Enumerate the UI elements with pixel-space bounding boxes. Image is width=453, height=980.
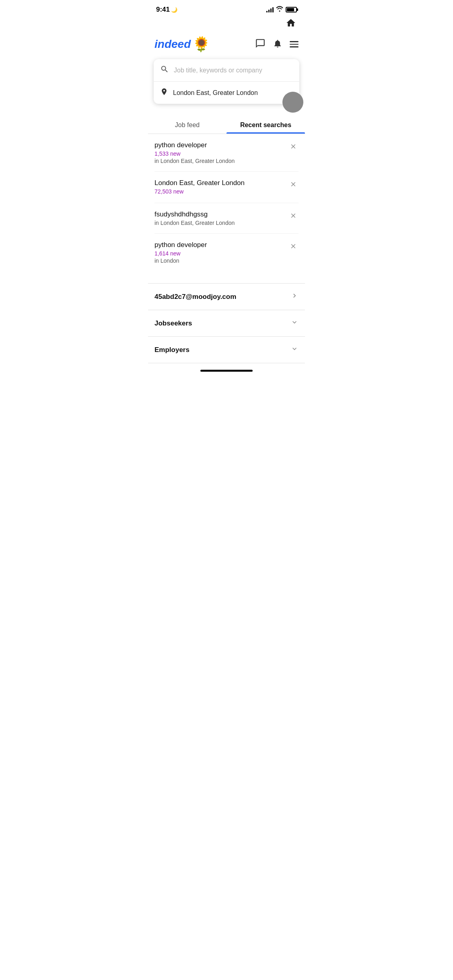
jobseekers-label: Jobseekers xyxy=(154,319,192,327)
search-icon xyxy=(160,65,169,76)
remove-search-button[interactable] xyxy=(288,211,299,221)
tab-job-feed[interactable]: Job feed xyxy=(148,116,226,134)
indeed-logo-text: indeed xyxy=(154,38,191,51)
sunflower-avatar: 🌻 xyxy=(192,36,210,53)
search-container: Job title, keywords or company London Ea… xyxy=(154,59,299,104)
result-content: python developer 1,533 new in London Eas… xyxy=(154,141,288,164)
circle-overlay xyxy=(282,92,303,113)
result-content: London East, Greater London 72,503 new xyxy=(154,179,288,196)
result-title: fsudyshdhdhgssg xyxy=(154,210,288,218)
result-location: in London xyxy=(154,257,288,264)
list-item[interactable]: London East, Greater London 72,503 new xyxy=(154,172,299,203)
status-time: 9:41🌙 xyxy=(156,6,177,14)
chevron-down-icon xyxy=(290,345,299,355)
result-location: in London East, Greater London xyxy=(154,158,288,164)
recent-searches-list: python developer 1,533 new in London Eas… xyxy=(148,134,305,271)
remove-search-button[interactable] xyxy=(288,142,299,152)
result-new-count: 72,503 new xyxy=(154,188,288,195)
result-title: python developer xyxy=(154,241,288,249)
employers-item[interactable]: Employers xyxy=(148,337,305,363)
home-indicator xyxy=(148,363,305,375)
app-header: indeed 🌻 xyxy=(148,33,305,58)
home-icon-top[interactable] xyxy=(286,18,296,31)
jobseekers-item[interactable]: Jobseekers xyxy=(148,310,305,337)
top-home-bar xyxy=(148,16,305,33)
tab-recent-searches[interactable]: Recent searches xyxy=(226,116,305,134)
signal-icon xyxy=(266,7,274,12)
employers-label: Employers xyxy=(154,346,189,354)
chevron-right-icon xyxy=(290,292,299,302)
result-title: python developer xyxy=(154,141,288,149)
result-new-count: 1,614 new xyxy=(154,250,288,257)
status-bar: 9:41🌙 xyxy=(148,0,305,16)
result-content: fsudyshdhdhgssg in London East, Greater … xyxy=(154,210,288,226)
result-content: python developer 1,614 new in London xyxy=(154,241,288,264)
location-text: London East, Greater London xyxy=(173,89,258,97)
battery-icon xyxy=(286,7,297,12)
indeed-logo[interactable]: indeed 🌻 xyxy=(154,36,210,53)
message-icon[interactable] xyxy=(255,38,266,50)
result-location: in London East, Greater London xyxy=(154,220,288,226)
remove-search-button[interactable] xyxy=(288,242,299,252)
search-input[interactable]: Job title, keywords or company xyxy=(174,67,293,74)
location-pin-icon xyxy=(160,87,168,98)
email-label: 45abd2c7@moodjoy.com xyxy=(154,293,236,301)
bell-icon[interactable] xyxy=(273,38,282,50)
chevron-down-icon xyxy=(290,318,299,328)
moon-icon: 🌙 xyxy=(171,7,177,13)
result-new-count: 1,533 new xyxy=(154,150,288,157)
result-title: London East, Greater London xyxy=(154,179,288,187)
tabs-container: Job feed Recent searches xyxy=(148,116,305,134)
remove-search-button[interactable] xyxy=(288,180,299,190)
email-account-item[interactable]: 45abd2c7@moodjoy.com xyxy=(148,284,305,310)
header-icons xyxy=(255,38,299,50)
home-bar xyxy=(200,370,253,372)
menu-icon[interactable] xyxy=(290,41,299,47)
location-row[interactable]: London East, Greater London xyxy=(154,82,299,104)
search-row[interactable]: Job title, keywords or company xyxy=(154,59,299,82)
wifi-icon xyxy=(276,6,283,13)
list-item[interactable]: python developer 1,533 new in London Eas… xyxy=(154,134,299,172)
tab-active-indicator xyxy=(226,132,305,134)
list-item[interactable]: python developer 1,614 new in London xyxy=(154,234,299,271)
status-icons xyxy=(266,6,297,13)
list-item[interactable]: fsudyshdhdhgssg in London East, Greater … xyxy=(154,203,299,234)
